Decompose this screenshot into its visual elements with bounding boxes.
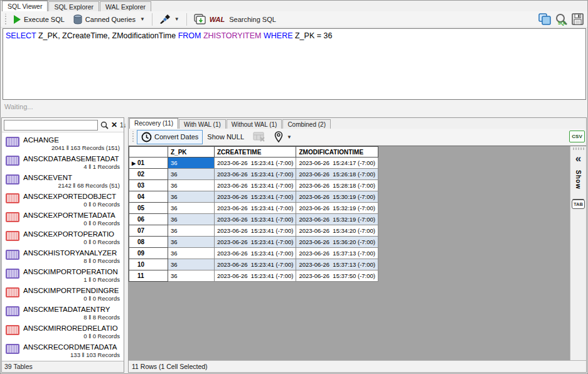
- grid-row-header[interactable]: 06: [129, 214, 168, 225]
- grid-cell[interactable]: 2023-06-26 15:23:41 (-7:00): [215, 180, 296, 191]
- table-record-count: 133 ‖ 103 Records: [23, 351, 120, 358]
- grid-cell[interactable]: 2023-06-26 15:32:19 (-7:00): [296, 203, 378, 214]
- grid-row-header[interactable]: ▶01: [129, 158, 168, 169]
- results-grid[interactable]: Z_PKZCREATETIMEZMODIFICATIONTIME▶0136202…: [129, 146, 378, 282]
- table-list-item[interactable]: ANSCKIMPORTOPERATION1 ‖ 0 Records: [3, 267, 122, 286]
- grid-column-header[interactable]: ZCREATETIME: [215, 147, 296, 158]
- grid-cell[interactable]: 36: [168, 214, 215, 225]
- show-null-button[interactable]: Show NULL: [203, 131, 249, 142]
- grid-cell[interactable]: 36: [168, 203, 215, 214]
- table-list-item[interactable]: ANSCKMIRROREDRELATIO0 ‖ 0 Records: [3, 323, 122, 342]
- grid-cell[interactable]: 2023-06-26 15:37:13 (-7:00): [296, 259, 378, 270]
- table-list-item[interactable]: ANSCKIMPORTPENDINGRE0 ‖ 0 Records: [3, 286, 122, 304]
- save-icon[interactable]: [572, 13, 584, 25]
- grid-column-header[interactable]: Z_PK: [168, 147, 215, 158]
- grid-cell[interactable]: 36: [168, 158, 215, 169]
- grid-cell[interactable]: 2023-06-26 15:23:41 (-7:00): [215, 158, 296, 169]
- grid-cell[interactable]: 2023-06-26 15:23:41 (-7:00): [215, 169, 296, 180]
- grid-cell[interactable]: 2023-06-26 15:23:41 (-7:00): [215, 225, 296, 237]
- grid-cell[interactable]: 36: [168, 259, 215, 270]
- table-icon: [6, 306, 19, 316]
- grid-row-header[interactable]: 02: [129, 169, 168, 180]
- tab-sql-viewer[interactable]: SQL Viewer: [2, 1, 48, 11]
- export-csv-button[interactable]: CSV: [569, 131, 585, 142]
- grid-row-header[interactable]: 03: [129, 180, 168, 191]
- grid-row-header[interactable]: 10: [129, 259, 168, 270]
- show-null-label: Show NULL: [207, 133, 244, 141]
- grid-cell[interactable]: 2023-06-26 15:30:19 (-7:00): [296, 191, 378, 203]
- table-list-item[interactable]: ANSCKEXPORTOPERATIO0 ‖ 0 Records: [3, 229, 122, 248]
- results-status-bar: 11 Rows (1 Cell Selected): [129, 360, 586, 372]
- copy-results-icon[interactable]: [538, 13, 551, 25]
- show-panel-label[interactable]: Show: [575, 170, 582, 190]
- grid-column-header[interactable]: [129, 147, 168, 158]
- table-list-item[interactable]: ANSCKRECORDMETADATA133 ‖ 103 Records: [3, 342, 122, 361]
- grid-cell[interactable]: 36: [168, 225, 215, 237]
- grid-cell[interactable]: 2023-06-26 15:28:18 (-7:00): [296, 180, 378, 191]
- canned-queries-button[interactable]: Canned Queries ▼: [69, 13, 149, 26]
- grid-row-header[interactable]: 08: [129, 237, 168, 248]
- grid-cell[interactable]: 2023-06-26 15:23:41 (-7:00): [215, 259, 296, 270]
- grid-cell[interactable]: 2023-06-26 15:34:20 (-7:00): [296, 225, 378, 237]
- grid-cell[interactable]: 2023-06-26 15:23:41 (-7:00): [215, 248, 296, 259]
- sql-search-icon[interactable]: SQL: [555, 13, 568, 26]
- grid-cell[interactable]: 36: [168, 248, 215, 259]
- table-list-item[interactable]: ANSCKEVENT2142 ‖ 68 Records (51): [3, 173, 122, 191]
- grid-cell[interactable]: 2023-06-26 15:23:41 (-7:00): [215, 214, 296, 225]
- grid-cell[interactable]: 36: [168, 270, 215, 282]
- results-toolbar-grip[interactable]: [131, 131, 134, 142]
- grid-cell[interactable]: 2023-06-26 15:32:19 (-7:00): [296, 214, 378, 225]
- table-icon: [6, 250, 19, 260]
- table-list-item[interactable]: ANSCKEXPORTMETADATA0 ‖ 0 Records: [3, 210, 122, 229]
- grid-cell[interactable]: 36: [168, 169, 215, 180]
- tab-without-wal[interactable]: Without WAL (1): [227, 119, 282, 129]
- sql-editor[interactable]: SELECT Z_PK, ZCreateTime, ZModificationT…: [3, 28, 586, 100]
- database-icon: [73, 14, 82, 24]
- grid-cell[interactable]: 2023-06-26 15:36:20 (-7:00): [296, 237, 378, 248]
- clear-search-icon[interactable]: ✕: [111, 120, 117, 130]
- table-list-item[interactable]: ANSCKMETADATAENTRY8 ‖ 8 Records: [3, 304, 122, 323]
- tab-view-button[interactable]: TAB: [572, 200, 585, 209]
- tab-combined[interactable]: Combined (2): [282, 119, 331, 129]
- grid-cell[interactable]: 36: [168, 237, 215, 248]
- delete-table-icon: [253, 132, 265, 142]
- search-icon[interactable]: [100, 120, 109, 130]
- grid-row-header[interactable]: 07: [129, 225, 168, 237]
- grid-row: 09362023-06-26 15:23:41 (-7:00)2023-06-2…: [129, 248, 378, 259]
- grid-row-header[interactable]: 09: [129, 248, 168, 259]
- grid-cell[interactable]: 2023-06-26 15:23:41 (-7:00): [215, 237, 296, 248]
- panel-grip[interactable]: [573, 147, 584, 150]
- sort-icon[interactable]: 1↓: [120, 122, 128, 129]
- collapse-panel-icon[interactable]: «: [575, 154, 581, 164]
- table-list-item[interactable]: ANSCKDATABASEMETADAT4 ‖ 1 Records: [3, 154, 122, 173]
- grid-cell[interactable]: 2023-06-26 15:23:41 (-7:00): [215, 270, 296, 282]
- execute-sql-button[interactable]: Execute SQL: [9, 13, 69, 26]
- grid-cell[interactable]: 2023-06-26 15:23:41 (-7:00): [215, 191, 296, 203]
- tab-with-wal[interactable]: With WAL (1): [179, 119, 226, 129]
- grid-row-header[interactable]: 05: [129, 203, 168, 214]
- table-list-item[interactable]: ACHANGE2041 ‖ 163 Records (151): [3, 135, 122, 154]
- grid-cell[interactable]: 36: [168, 191, 215, 203]
- grid-cell[interactable]: 36: [168, 180, 215, 191]
- convert-dates-button[interactable]: Convert Dates: [137, 130, 203, 144]
- table-list-item[interactable]: ANSCKHISTORYANALYZER8 ‖ 0 Records: [3, 248, 122, 267]
- sql-token: WHERE: [264, 31, 295, 40]
- tab-recovery[interactable]: Recovery (11): [129, 118, 178, 129]
- grid-cell[interactable]: 2023-06-26 15:37:50 (-7:00): [296, 270, 378, 282]
- wal-search-button[interactable]: WAL Searching SQL: [190, 12, 281, 26]
- grid-column-header[interactable]: ZMODIFICATIONTIME: [296, 147, 378, 158]
- table-list-item[interactable]: ANSCKEXPORTEDOBJECT0 ‖ 0 Records: [3, 191, 122, 210]
- grid-cell[interactable]: 2023-06-26 15:23:41 (-7:00): [215, 203, 296, 214]
- pin-button[interactable]: ▼: [270, 129, 296, 144]
- grid-row-header[interactable]: 04: [129, 191, 168, 203]
- grid-cell[interactable]: 2023-06-26 15:24:17 (-7:00): [296, 158, 378, 169]
- grid-row-header[interactable]: 11: [129, 270, 168, 282]
- toolbar-grip[interactable]: [4, 14, 7, 25]
- grid-cell[interactable]: 2023-06-26 15:26:18 (-7:00): [296, 169, 378, 180]
- tab-wal-explorer[interactable]: WAL Explorer: [100, 1, 151, 11]
- grid-cell[interactable]: 2023-06-26 15:37:13 (-7:00): [296, 248, 378, 259]
- tab-sql-explorer[interactable]: SQL Explorer: [48, 1, 99, 11]
- remove-grid-button[interactable]: [249, 130, 270, 144]
- table-search-input[interactable]: [4, 120, 98, 131]
- format-brush-button[interactable]: ▼: [155, 13, 184, 26]
